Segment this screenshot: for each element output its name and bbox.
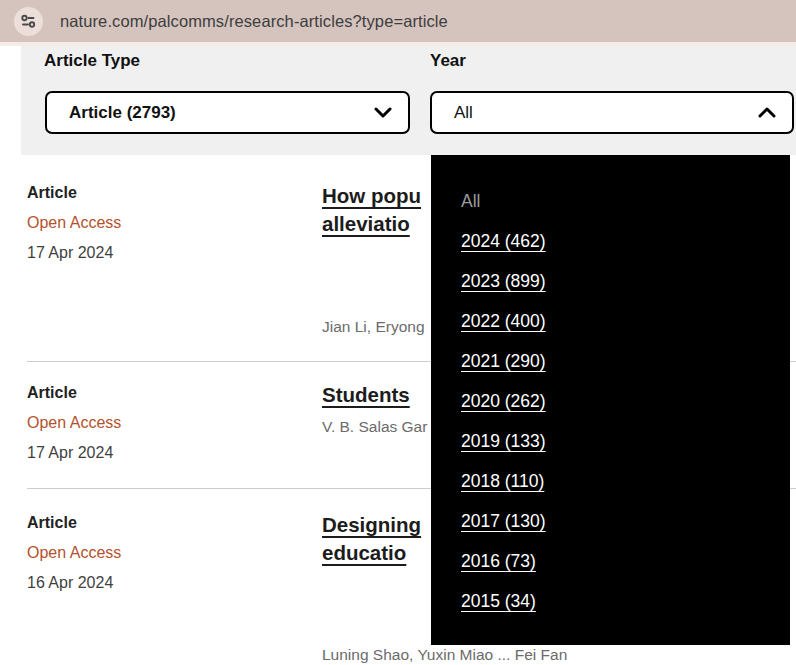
- year-value: All: [454, 103, 758, 123]
- dropdown-option-2018[interactable]: 2018 (110): [461, 461, 790, 501]
- article-type-badge: Article: [27, 384, 307, 402]
- article-date: 17 Apr 2024: [27, 244, 307, 262]
- dropdown-option-2023[interactable]: 2023 (899): [461, 261, 790, 301]
- dropdown-option-2020[interactable]: 2020 (262): [461, 381, 790, 421]
- dropdown-option-2019[interactable]: 2019 (133): [461, 421, 790, 461]
- article-type-select[interactable]: Article (2793): [45, 91, 410, 134]
- dropdown-option-2017[interactable]: 2017 (130): [461, 501, 790, 541]
- open-access-label: Open Access: [27, 414, 307, 432]
- article-date: 17 Apr 2024: [27, 444, 307, 462]
- article-row-meta: Article Open Access 17 Apr 2024: [27, 384, 307, 462]
- url-text[interactable]: nature.com/palcomms/research-articles?ty…: [60, 12, 448, 31]
- dropdown-option-2015[interactable]: 2015 (34): [461, 581, 790, 621]
- article-row-meta: Article Open Access 16 Apr 2024: [27, 514, 307, 592]
- browser-address-bar[interactable]: nature.com/palcomms/research-articles?ty…: [0, 0, 796, 42]
- article-authors: Luning Shao, Yuxin Miao ... Fei Fan: [322, 646, 792, 664]
- dropdown-option-all[interactable]: All: [461, 181, 790, 221]
- article-type-label: Article Type: [44, 51, 140, 71]
- year-select[interactable]: All: [430, 91, 794, 134]
- article-date: 16 Apr 2024: [27, 574, 307, 592]
- article-type-value: Article (2793): [69, 103, 374, 123]
- open-access-label: Open Access: [27, 214, 307, 232]
- year-label: Year: [430, 51, 466, 71]
- article-type-badge: Article: [27, 514, 307, 532]
- open-access-label: Open Access: [27, 544, 307, 562]
- article-type-badge: Article: [27, 184, 307, 202]
- tune-icon: [20, 13, 37, 30]
- chevron-down-icon: [374, 107, 392, 118]
- dropdown-option-2021[interactable]: 2021 (290): [461, 341, 790, 381]
- site-info-badge[interactable]: [14, 7, 43, 36]
- dropdown-option-2022[interactable]: 2022 (400): [461, 301, 790, 341]
- dropdown-option-2024[interactable]: 2024 (462): [461, 221, 790, 261]
- filter-panel: Article Type Year Article (2793) All: [21, 46, 796, 155]
- article-row-meta: Article Open Access 17 Apr 2024: [27, 184, 307, 262]
- chevron-up-icon: [758, 107, 776, 118]
- year-dropdown-menu: All 2024 (462) 2023 (899) 2022 (400) 202…: [431, 155, 790, 645]
- dropdown-option-2016[interactable]: 2016 (73): [461, 541, 790, 581]
